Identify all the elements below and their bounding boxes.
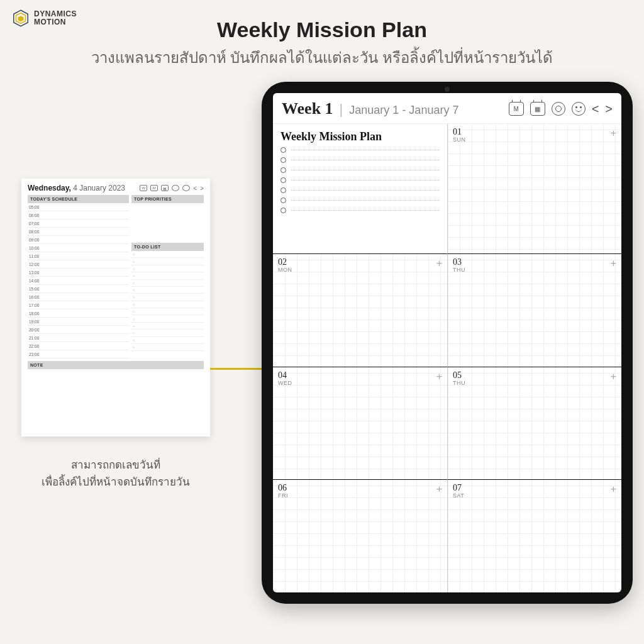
week-label: Week 1 (282, 99, 333, 118)
target-icon[interactable] (552, 102, 565, 116)
todo-row: ○ (131, 251, 204, 258)
schedule-row: 14:00 (28, 277, 129, 285)
plus-icon[interactable]: + (436, 371, 442, 382)
schedule-row: 09:00 (28, 236, 129, 244)
todo-row: ○ (131, 323, 204, 330)
schedule-row: 20:00 (28, 326, 129, 334)
next-icon[interactable]: > (200, 185, 204, 191)
plus-icon[interactable]: + (611, 484, 616, 495)
todo-row: ○ (131, 337, 204, 344)
daily-preview-card: Wednesday, 4 January 2023 W M ▦ < > TODA… (21, 179, 210, 436)
schedule-row: 17:00 (28, 301, 129, 309)
week-icon[interactable]: W (140, 185, 147, 191)
page-subtitle: วางแพลนรายสัปดาห์ บันทึกผลได้ในแต่ละวัน … (0, 45, 644, 70)
day-cell-01[interactable]: 01SUN + (447, 124, 621, 253)
schedule-row: 22:00 (28, 342, 129, 350)
note-heading: NOTE (28, 361, 204, 369)
todo-row: ○ (131, 344, 204, 351)
todo-row: ○ (131, 308, 204, 315)
mission-row[interactable] (280, 208, 440, 213)
schedule-row: 10:00 (28, 244, 129, 252)
mission-row[interactable] (280, 177, 440, 183)
schedule-row: 06:00 (28, 211, 129, 219)
schedule-row: 18:00 (28, 309, 129, 318)
calendar-icon[interactable]: ▦ (530, 102, 545, 116)
separator: | (340, 101, 343, 118)
todo-row: ○ (131, 272, 204, 279)
prev-week-button[interactable]: < (592, 102, 599, 116)
note-area (28, 369, 204, 438)
month-view-icon[interactable]: M (509, 102, 524, 116)
mission-cell: Weekly Mission Plan (273, 124, 447, 253)
page-title: Weekly Mission Plan (0, 18, 644, 42)
todo-heading: TO-DO LIST (131, 243, 204, 251)
smile-icon[interactable] (182, 185, 190, 191)
day-cell-05[interactable]: 05THU + (447, 367, 621, 480)
plus-icon[interactable]: + (611, 258, 616, 269)
schedule-list: 05:00 06:00 07:00 08:00 09:00 10:00 11:0… (28, 203, 129, 358)
tablet-frame: Week 1 | January 1 - January 7 M ▦ < > W… (262, 82, 633, 604)
week-range: January 1 - January 7 (349, 104, 458, 117)
tablet-screen: Week 1 | January 1 - January 7 M ▦ < > W… (273, 93, 621, 592)
plus-icon[interactable]: + (611, 128, 616, 139)
todo-row: ○ (131, 294, 204, 301)
day-cell-07[interactable]: 07SAT + (447, 479, 621, 592)
day-cell-04[interactable]: 04WED + (273, 367, 447, 480)
mission-row[interactable] (280, 167, 440, 173)
mission-row[interactable] (280, 157, 440, 163)
mission-row[interactable] (280, 147, 440, 153)
daily-toolbar: W M ▦ < > (140, 185, 204, 191)
schedule-row: 13:00 (28, 269, 129, 277)
day-cell-03[interactable]: 03THU + (447, 253, 621, 367)
calendar-icon[interactable]: ▦ (161, 185, 169, 191)
schedule-heading: TODAY'S SCHEDULE (28, 195, 129, 203)
mission-row[interactable] (280, 187, 440, 193)
schedule-row: 11:00 (28, 252, 129, 260)
schedule-row: 12:00 (28, 260, 129, 269)
schedule-row: 19:00 (28, 318, 129, 326)
prev-icon[interactable]: < (193, 185, 197, 191)
day-cell-06[interactable]: 06FRI + (273, 479, 447, 592)
schedule-row: 08:00 (28, 228, 129, 236)
schedule-row: 05:00 (28, 203, 129, 211)
mission-title: Weekly Mission Plan (273, 124, 447, 147)
camera-icon (445, 87, 450, 92)
next-week-button[interactable]: > (605, 102, 613, 116)
todo-row: ○ (131, 287, 204, 294)
priorities-heading: TOP PRIORITIES (131, 195, 204, 203)
schedule-row: 21:00 (28, 334, 129, 342)
plus-icon[interactable]: + (436, 258, 442, 269)
daily-caption: สามารถกดเลขวันที่ เพื่อลิ้งค์ไปที่หน้าจด… (21, 457, 210, 491)
month-icon[interactable]: M (150, 185, 158, 191)
daily-date: Wednesday, 4 January 2023 (28, 184, 125, 192)
schedule-row: 16:00 (28, 293, 129, 301)
day-cell-02[interactable]: 02MON + (273, 253, 447, 367)
target-icon[interactable] (172, 185, 179, 191)
mission-row[interactable] (280, 197, 440, 203)
smile-icon[interactable] (572, 102, 586, 116)
schedule-row: 15:00 (28, 285, 129, 293)
plus-icon[interactable]: + (436, 484, 442, 495)
week-header: Week 1 | January 1 - January 7 M ▦ < > (273, 93, 621, 124)
schedule-row: 07:00 (28, 219, 129, 228)
todo-row: ○ (131, 315, 204, 322)
todo-row: ○ (131, 258, 204, 265)
todo-row: ○ (131, 265, 204, 272)
todo-row: ○ (131, 330, 204, 336)
week-grid: Weekly Mission Plan 01SUN + (273, 124, 621, 592)
schedule-row: 23:00 (28, 350, 129, 358)
todo-row: ○ (131, 301, 204, 308)
plus-icon[interactable]: + (611, 371, 616, 382)
todo-row: ○ (131, 280, 204, 287)
